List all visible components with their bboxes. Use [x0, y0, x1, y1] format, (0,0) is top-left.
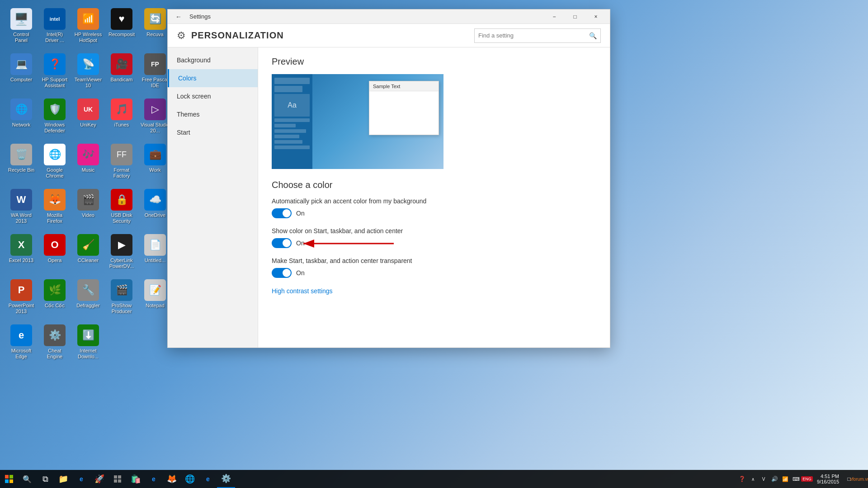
tray-volume-icon[interactable]: 🔊: [770, 470, 779, 488]
proshow-icon: 🎬: [111, 279, 132, 301]
icon-intel[interactable]: intel Intel(R) Driver ...: [38, 5, 71, 50]
show-color-taskbar-toggle[interactable]: [272, 238, 292, 248]
icon-internet-downloader[interactable]: ⬇️ Internet Downlo...: [71, 321, 105, 366]
icon-windows-defender[interactable]: 🛡️ Windows Defender: [38, 95, 71, 140]
icon-coc-coc[interactable]: 🌿 Cốc Cốc: [38, 276, 71, 321]
icon-unikey[interactable]: UK UniKey: [71, 95, 105, 140]
nav-background[interactable]: Background: [168, 51, 258, 69]
untitled-icon: 📄: [144, 234, 166, 256]
icon-itunes[interactable]: 🎵 iTunes: [105, 95, 138, 140]
icon-teamviewer[interactable]: 📡 TeamViewer 10: [71, 50, 105, 95]
tray-virus-icon[interactable]: V: [759, 470, 768, 488]
icon-video[interactable]: 🎬 Video: [71, 185, 105, 230]
icon-hp-wireless[interactable]: 📶 HP Wireless HotSpot: [71, 5, 105, 50]
preview-tile-1: [274, 78, 310, 84]
icon-visual-studio[interactable]: ▷ Visual Studio 20...: [138, 95, 172, 140]
explorer-button[interactable]: 📁: [54, 470, 72, 488]
cheat-engine-icon: ⚙️: [44, 324, 66, 346]
store-icon: 🛍️: [131, 474, 141, 484]
icon-excel[interactable]: X Excel 2013: [5, 230, 38, 276]
ie-button[interactable]: e: [72, 470, 90, 488]
tiles-button[interactable]: [108, 470, 127, 488]
icon-recycle-bin[interactable]: 🗑️ Recycle Bin: [5, 140, 38, 185]
chrome-taskbar-button[interactable]: 🌐: [181, 470, 199, 488]
auto-accent-state: On: [296, 210, 305, 217]
edge2-taskbar-button[interactable]: e: [199, 470, 217, 488]
icon-proshow[interactable]: 🎬 ProShow Producer: [105, 276, 138, 321]
icon-work[interactable]: 💼 Work: [138, 140, 172, 185]
chrome-icon: 🌐: [44, 144, 66, 165]
nav-lock-screen[interactable]: Lock screen: [168, 87, 258, 105]
icon-usb-disk[interactable]: 🔒 USB Disk Security: [105, 185, 138, 230]
icon-music[interactable]: 🎶 Music: [71, 140, 105, 185]
tray-help-icon[interactable]: ❓: [737, 470, 746, 488]
settings-main-content: Preview Aa: [258, 47, 610, 347]
icon-bandicam[interactable]: 🎥 Bandicam: [105, 50, 138, 95]
preview-tile-2: [274, 86, 302, 92]
window-title: Settings: [186, 13, 544, 20]
icon-recomposit[interactable]: ♥ Recomposit: [105, 5, 138, 50]
icon-cheat-engine[interactable]: ⚙️ Cheat Engine: [38, 321, 71, 366]
tray-keyboard-icon[interactable]: ⌨: [792, 470, 801, 488]
nav-themes[interactable]: Themes: [168, 105, 258, 123]
icon-cyberlink[interactable]: ▶ CyberLink PowerDV...: [105, 230, 138, 276]
maximize-button[interactable]: □: [565, 9, 585, 24]
tray-network-icon[interactable]: 📶: [781, 470, 790, 488]
taskbar-search-button[interactable]: 🔍: [18, 470, 36, 488]
tray-chevron-icon[interactable]: ∧: [748, 470, 757, 488]
excel-icon: X: [10, 234, 32, 256]
taskview-button[interactable]: ⧉: [36, 470, 54, 488]
tray-lang-icon[interactable]: ENG: [802, 470, 811, 488]
network-label: Network: [12, 122, 30, 128]
close-button[interactable]: ×: [585, 9, 606, 24]
title-bar: ← Settings − □ ×: [168, 9, 610, 24]
minimize-button[interactable]: −: [544, 9, 565, 24]
icon-control-panel[interactable]: 🖥️ Control Panel: [5, 5, 38, 50]
icon-network[interactable]: 🌐 Network: [5, 95, 38, 140]
icon-ms-edge[interactable]: e Microsoft Edge: [5, 321, 38, 366]
red-arrow-annotation: [299, 236, 398, 251]
icon-free-pascal[interactable]: FP Free Pascal IDE: [138, 50, 172, 95]
icon-word-2013[interactable]: W WA Word 2013: [5, 185, 38, 230]
auto-accent-label: Automatically pick an accent color from …: [272, 197, 596, 205]
untitled-label: Untitled...: [145, 258, 165, 263]
store-button[interactable]: 🛍️: [127, 470, 145, 488]
icon-notepad[interactable]: 📝 Notepad: [138, 276, 172, 321]
recuva-icon: 🔄: [144, 8, 166, 30]
high-contrast-link[interactable]: High contrast settings: [272, 287, 333, 295]
icon-onedrive[interactable]: ☁️ OneDrive: [138, 185, 172, 230]
rocket-button[interactable]: 🚀: [90, 470, 108, 488]
onedrive-icon: ☁️: [144, 189, 166, 211]
visual-studio-icon: ▷: [144, 99, 166, 120]
settings-search-box[interactable]: 🔍: [474, 28, 601, 43]
transparent-taskbar-state: On: [296, 269, 305, 277]
preview-aa-tile: Aa: [274, 94, 310, 117]
icon-untitled[interactable]: 📄 Untitled...: [138, 230, 172, 276]
icon-opera[interactable]: O Opera: [38, 230, 71, 276]
taskbar-clock[interactable]: 4:51 PM 9/16/2015: [813, 470, 843, 488]
firefox-taskbar-icon: 🦊: [167, 474, 177, 484]
auto-accent-toggle[interactable]: [272, 208, 292, 218]
icon-recuva[interactable]: 🔄 Recuva: [138, 5, 172, 50]
start-button[interactable]: [0, 470, 18, 488]
settings-search-input[interactable]: [478, 32, 589, 39]
icon-hp-support[interactable]: ❓ HP Support Assistant: [38, 50, 71, 95]
icon-firefox[interactable]: 🦊 Mozilla Firefox: [38, 185, 71, 230]
firefox-taskbar-button[interactable]: 🦊: [163, 470, 181, 488]
icon-format-factory[interactable]: FF Format Factory: [105, 140, 138, 185]
preview-tile-5: [274, 129, 306, 133]
icon-computer[interactable]: 💻 Computer: [5, 50, 38, 95]
back-button[interactable]: ←: [171, 9, 186, 24]
icon-defraggler[interactable]: 🔧 Defraggler: [71, 276, 105, 321]
nav-start[interactable]: Start: [168, 123, 258, 141]
settings-taskbar-button[interactable]: ⚙️: [217, 470, 235, 488]
transparent-taskbar-toggle[interactable]: [272, 268, 292, 278]
edge-button[interactable]: e: [145, 470, 163, 488]
work-label: Work: [149, 167, 160, 173]
preview-heading: Preview: [272, 56, 596, 67]
usb-disk-icon: 🔒: [111, 189, 132, 211]
icon-ccleaner[interactable]: 🧹 CCleaner: [71, 230, 105, 276]
icon-chrome[interactable]: 🌐 Google Chrome: [38, 140, 71, 185]
icon-powerpoint[interactable]: P PowerPoint 2013: [5, 276, 38, 321]
nav-colors[interactable]: Colors: [168, 69, 258, 87]
